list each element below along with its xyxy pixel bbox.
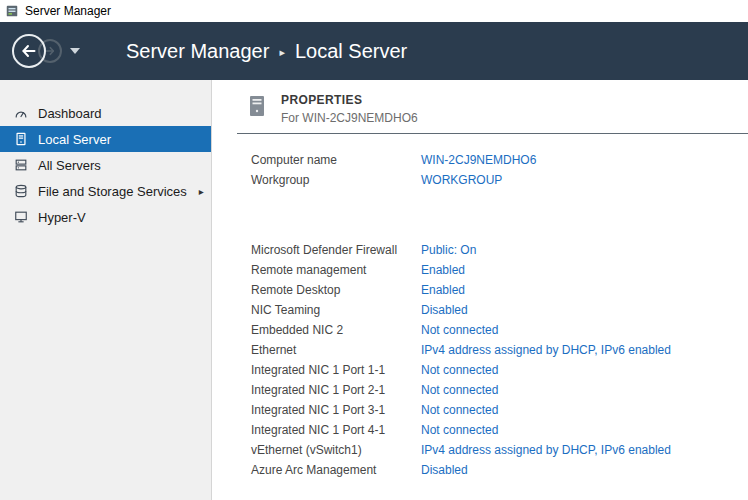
property-value-link[interactable]: Not connected	[421, 383, 748, 397]
sidebar-item-label: Hyper-V	[38, 210, 86, 225]
property-value-link[interactable]: Not connected	[421, 363, 748, 377]
app-header: Server Manager ▸ Local Server	[0, 22, 748, 80]
sidebar: DashboardLocal ServerAll ServersFile and…	[0, 80, 212, 500]
property-label: Integrated NIC 1 Port 2-1	[251, 383, 421, 397]
property-row: Remote DesktopEnabled	[251, 280, 748, 300]
all-servers-icon	[13, 157, 29, 173]
property-label: vEthernet (vSwitch1)	[251, 443, 421, 457]
property-row: Embedded NIC 2Not connected	[251, 320, 748, 340]
sidebar-item-label: All Servers	[38, 158, 101, 173]
properties-title: PROPERTIES	[281, 93, 418, 107]
property-row: Computer nameWIN-2CJ9NEMDHO6	[251, 150, 748, 170]
properties-subtitle: For WIN-2CJ9NEMDHO6	[281, 111, 418, 125]
property-row: Integrated NIC 1 Port 2-1Not connected	[251, 380, 748, 400]
property-row: Remote managementEnabled	[251, 260, 748, 280]
sidebar-item-dashboard[interactable]: Dashboard	[0, 100, 211, 126]
server-manager-icon	[5, 4, 19, 18]
sidebar-item-all-servers[interactable]: All Servers	[0, 152, 211, 178]
server-tile-icon	[247, 94, 267, 118]
nav-controls	[12, 34, 80, 68]
sidebar-item-label: File and Storage Services	[38, 184, 187, 199]
breadcrumb: Server Manager ▸ Local Server	[126, 40, 407, 63]
property-row: WorkgroupWORKGROUP	[251, 170, 748, 190]
property-row: Integrated NIC 1 Port 4-1Not connected	[251, 420, 748, 440]
property-value-link[interactable]: IPv4 address assigned by DHCP, IPv6 enab…	[421, 443, 748, 457]
property-value-link[interactable]: IPv4 address assigned by DHCP, IPv6 enab…	[421, 343, 748, 357]
window-titlebar: Server Manager	[0, 0, 748, 22]
property-label: Embedded NIC 2	[251, 323, 421, 337]
property-label: Remote Desktop	[251, 283, 421, 297]
back-icon	[20, 42, 38, 60]
property-label: Ethernet	[251, 343, 421, 357]
sidebar-item-local-server[interactable]: Local Server	[0, 126, 211, 152]
property-value-link[interactable]: Enabled	[421, 283, 748, 297]
sidebar-item-hyper-v[interactable]: Hyper-V	[0, 204, 211, 230]
main-area: DashboardLocal ServerAll ServersFile and…	[0, 80, 748, 500]
back-button[interactable]	[12, 34, 46, 68]
property-value-link[interactable]: Public: On	[421, 243, 748, 257]
property-value-link[interactable]: Disabled	[421, 463, 748, 477]
property-row: NIC TeamingDisabled	[251, 300, 748, 320]
property-label: Remote management	[251, 263, 421, 277]
property-row: Azure Arc ManagementDisabled	[251, 460, 748, 480]
storage-icon	[13, 183, 29, 199]
chevron-right-icon: ▸	[199, 186, 204, 197]
property-row: Microsoft Defender FirewallPublic: On	[251, 240, 748, 260]
property-value-link[interactable]: Disabled	[421, 303, 748, 317]
server-icon	[13, 131, 29, 147]
content-pane: PROPERTIES For WIN-2CJ9NEMDHO6 Computer …	[212, 80, 748, 500]
property-value-link[interactable]: WIN-2CJ9NEMDHO6	[421, 153, 748, 167]
property-value-link[interactable]: Not connected	[421, 423, 748, 437]
property-label: Integrated NIC 1 Port 4-1	[251, 423, 421, 437]
hyperv-icon	[13, 209, 29, 225]
property-row: Integrated NIC 1 Port 3-1Not connected	[251, 400, 748, 420]
property-row: EthernetIPv4 address assigned by DHCP, I…	[251, 340, 748, 360]
dropdown-caret-icon[interactable]	[70, 48, 80, 54]
window-title: Server Manager	[25, 4, 111, 18]
sidebar-item-label: Dashboard	[38, 106, 102, 121]
property-row: vEthernet (vSwitch1)IPv4 address assigne…	[251, 440, 748, 460]
property-label: Computer name	[251, 153, 421, 167]
property-value-link[interactable]: Not connected	[421, 403, 748, 417]
property-label: Microsoft Defender Firewall	[251, 243, 421, 257]
property-label: Workgroup	[251, 173, 421, 187]
property-value-link[interactable]: Not connected	[421, 323, 748, 337]
properties-table: Computer nameWIN-2CJ9NEMDHO6WorkgroupWOR…	[237, 133, 748, 480]
property-value-link[interactable]: WORKGROUP	[421, 173, 748, 187]
breadcrumb-separator-icon: ▸	[279, 46, 285, 59]
property-label: Azure Arc Management	[251, 463, 421, 477]
property-label: Integrated NIC 1 Port 1-1	[251, 363, 421, 377]
properties-tile-header: PROPERTIES For WIN-2CJ9NEMDHO6	[237, 80, 748, 125]
properties-tile-titles: PROPERTIES For WIN-2CJ9NEMDHO6	[281, 93, 418, 125]
breadcrumb-current[interactable]: Local Server	[295, 40, 407, 63]
property-value-link[interactable]: Enabled	[421, 263, 748, 277]
sidebar-item-file-and-storage-services[interactable]: File and Storage Services▸	[0, 178, 211, 204]
dashboard-icon	[13, 105, 29, 121]
breadcrumb-root[interactable]: Server Manager	[126, 40, 269, 63]
property-label: NIC Teaming	[251, 303, 421, 317]
property-label: Integrated NIC 1 Port 3-1	[251, 403, 421, 417]
property-row: Integrated NIC 1 Port 1-1Not connected	[251, 360, 748, 380]
sidebar-item-label: Local Server	[38, 132, 111, 147]
